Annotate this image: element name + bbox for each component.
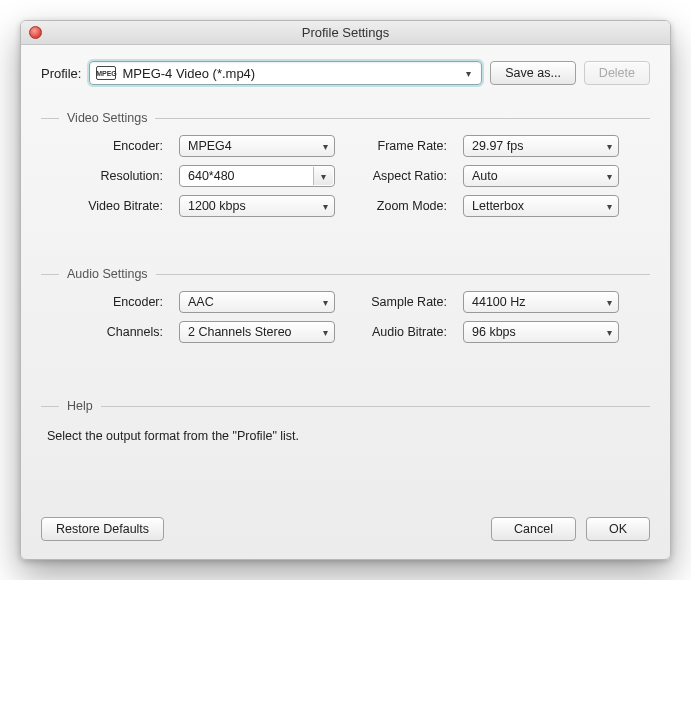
channels-value: 2 Channels Stereo bbox=[188, 325, 292, 339]
save-as-button[interactable]: Save as... bbox=[490, 61, 576, 85]
resolution-value: 640*480 bbox=[188, 169, 235, 183]
profile-select[interactable]: MPEG MPEG-4 Video (*.mp4) bbox=[89, 61, 482, 85]
video-fields: Encoder: MPEG4 ▾ Frame Rate: 29.97 fps ▾… bbox=[41, 135, 650, 217]
resolution-label: Resolution: bbox=[47, 169, 163, 183]
video-encoder-value: MPEG4 bbox=[188, 139, 232, 153]
zoom-mode-value: Letterbox bbox=[472, 199, 524, 213]
divider bbox=[41, 118, 59, 119]
aspect-ratio-label: Aspect Ratio: bbox=[351, 169, 447, 183]
chevron-down-icon: ▾ bbox=[323, 201, 328, 212]
profile-settings-window: Profile Settings Profile: MPEG MPEG-4 Vi… bbox=[20, 20, 671, 560]
audio-encoder-select[interactable]: AAC ▾ bbox=[179, 291, 335, 313]
divider bbox=[41, 274, 59, 275]
chevron-down-icon: ▾ bbox=[607, 327, 612, 338]
audio-bitrate-value: 96 kbps bbox=[472, 325, 516, 339]
chevron-down-icon: ▾ bbox=[313, 167, 333, 185]
profile-value: MPEG-4 Video (*.mp4) bbox=[122, 66, 255, 81]
help-text: Select the output format from the "Profi… bbox=[41, 423, 650, 443]
audio-settings-group: Audio Settings Encoder: AAC ▾ Sample Rat… bbox=[41, 267, 650, 343]
divider bbox=[155, 118, 650, 119]
profile-row: Profile: MPEG MPEG-4 Video (*.mp4) Save … bbox=[41, 61, 650, 85]
chevron-down-icon: ▾ bbox=[323, 141, 328, 152]
divider bbox=[101, 406, 650, 407]
frame-rate-label: Frame Rate: bbox=[351, 139, 447, 153]
divider bbox=[156, 274, 650, 275]
audio-settings-legend: Audio Settings bbox=[67, 267, 148, 281]
video-settings-group: Video Settings Encoder: MPEG4 ▾ Frame Ra… bbox=[41, 111, 650, 217]
video-bitrate-value: 1200 kbps bbox=[188, 199, 246, 213]
help-legend: Help bbox=[67, 399, 93, 413]
audio-fields: Encoder: AAC ▾ Sample Rate: 44100 Hz ▾ C… bbox=[41, 291, 650, 343]
sample-rate-label: Sample Rate: bbox=[351, 295, 447, 309]
footer: Restore Defaults Cancel OK bbox=[41, 513, 650, 541]
chevron-down-icon bbox=[459, 65, 477, 81]
aspect-ratio-select[interactable]: Auto ▾ bbox=[463, 165, 619, 187]
chevron-down-icon: ▾ bbox=[607, 171, 612, 182]
audio-encoder-label: Encoder: bbox=[47, 295, 163, 309]
video-settings-legend: Video Settings bbox=[67, 111, 147, 125]
delete-button: Delete bbox=[584, 61, 650, 85]
footer-right: Cancel OK bbox=[491, 517, 650, 541]
titlebar: Profile Settings bbox=[21, 21, 670, 45]
video-encoder-select[interactable]: MPEG4 ▾ bbox=[179, 135, 335, 157]
chevron-down-icon: ▾ bbox=[323, 327, 328, 338]
channels-select[interactable]: 2 Channels Stereo ▾ bbox=[179, 321, 335, 343]
audio-bitrate-select[interactable]: 96 kbps ▾ bbox=[463, 321, 619, 343]
sample-rate-value: 44100 Hz bbox=[472, 295, 526, 309]
chevron-down-icon: ▾ bbox=[323, 297, 328, 308]
help-group: Help Select the output format from the "… bbox=[41, 399, 650, 443]
chevron-down-icon: ▾ bbox=[607, 201, 612, 212]
audio-settings-header: Audio Settings bbox=[41, 267, 650, 281]
help-header: Help bbox=[41, 399, 650, 413]
restore-defaults-button[interactable]: Restore Defaults bbox=[41, 517, 164, 541]
content-area: Profile: MPEG MPEG-4 Video (*.mp4) Save … bbox=[21, 45, 670, 559]
window-title: Profile Settings bbox=[302, 25, 389, 40]
frame-rate-value: 29.97 fps bbox=[472, 139, 523, 153]
channels-label: Channels: bbox=[47, 325, 163, 339]
zoom-mode-label: Zoom Mode: bbox=[351, 199, 447, 213]
cancel-button[interactable]: Cancel bbox=[491, 517, 576, 541]
chevron-down-icon: ▾ bbox=[607, 141, 612, 152]
frame-rate-select[interactable]: 29.97 fps ▾ bbox=[463, 135, 619, 157]
video-settings-header: Video Settings bbox=[41, 111, 650, 125]
ok-button[interactable]: OK bbox=[586, 517, 650, 541]
chevron-down-icon: ▾ bbox=[607, 297, 612, 308]
audio-encoder-value: AAC bbox=[188, 295, 214, 309]
divider bbox=[41, 406, 59, 407]
sample-rate-select[interactable]: 44100 Hz ▾ bbox=[463, 291, 619, 313]
video-bitrate-select[interactable]: 1200 kbps ▾ bbox=[179, 195, 335, 217]
aspect-ratio-value: Auto bbox=[472, 169, 498, 183]
mpeg-format-icon: MPEG bbox=[96, 66, 116, 80]
zoom-mode-select[interactable]: Letterbox ▾ bbox=[463, 195, 619, 217]
profile-label: Profile: bbox=[41, 66, 81, 81]
audio-bitrate-label: Audio Bitrate: bbox=[351, 325, 447, 339]
video-encoder-label: Encoder: bbox=[47, 139, 163, 153]
resolution-combo[interactable]: 640*480 ▾ bbox=[179, 165, 335, 187]
video-bitrate-label: Video Bitrate: bbox=[47, 199, 163, 213]
close-icon[interactable] bbox=[29, 26, 42, 39]
